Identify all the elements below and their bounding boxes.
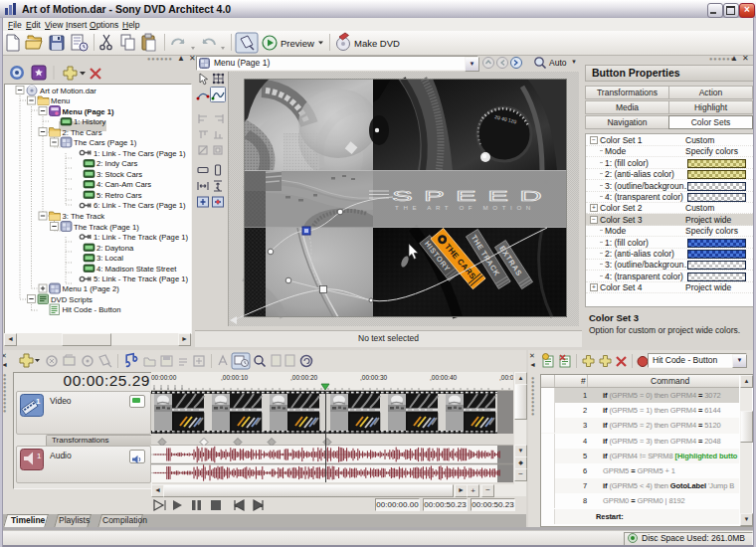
svg-text:1: 1	[37, 452, 42, 460]
svg-text:1: 1	[36, 397, 41, 406]
svg-text:,00:00:40: ,00:00:40	[430, 374, 457, 381]
svg-text:Hit Code - Button: Hit Code - Button	[63, 305, 121, 314]
svg-text:,00:00:5: ,00:00:5	[499, 374, 513, 381]
svg-text:THE ART OF MOTION: THE ART OF MOTION	[395, 204, 535, 211]
svg-text:,00:00:30: ,00:00:30	[360, 374, 387, 381]
svg-text:4: Can-Am Cars: 4: Can-Am Cars	[96, 180, 151, 189]
svg-text:2: Indy Cars: 2: Indy Cars	[96, 159, 138, 168]
svg-text:Menu: Menu	[51, 96, 70, 105]
svg-text:2: The Cars: 2: The Cars	[63, 128, 102, 137]
svg-text:5: Retro Cars: 5: Retro Cars	[96, 191, 142, 200]
svg-text:3: Stock Cars: 3: Stock Cars	[96, 170, 142, 179]
svg-text:00:00:00: 00:00:00	[151, 374, 177, 381]
svg-text:Make DVD: Make DVD	[354, 38, 400, 49]
svg-text:1: Link - The Cars (Page 1): 1: Link - The Cars (Page 1)	[94, 149, 186, 158]
svg-text:1: History: 1: History	[74, 117, 106, 126]
svg-text:DVD Scripts: DVD Scripts	[51, 295, 93, 304]
svg-text:Preview: Preview	[281, 38, 314, 49]
svg-text:3: Local: 3: Local	[96, 254, 123, 263]
svg-text:Art of Motion.dar: Art of Motion.dar	[40, 87, 96, 95]
svg-text:,00:00:10: ,00:00:10	[221, 374, 248, 381]
svg-text:4: Madison State Street: 4: Madison State Street	[96, 265, 177, 274]
svg-text:3: The Track: 3: The Track	[63, 212, 105, 221]
svg-text:The Cars (Page 1): The Cars (Page 1)	[74, 138, 137, 147]
svg-text:SPEED: SPEED	[392, 187, 553, 204]
svg-text:5: Link - The Track (Page 1): 5: Link - The Track (Page 1)	[94, 274, 189, 283]
svg-text:2: Daytona: 2: Daytona	[96, 244, 134, 253]
svg-text:Menu (Page 1): Menu (Page 1)	[63, 107, 115, 116]
svg-text:,00:00:20: ,00:00:20	[290, 374, 317, 381]
svg-text:Menu 1 (Page 2): Menu 1 (Page 2)	[63, 284, 120, 293]
svg-text:The Track (Page 1): The Track (Page 1)	[74, 223, 139, 232]
svg-text:6: Link - The Cars (Page 1): 6: Link - The Cars (Page 1)	[94, 201, 186, 210]
svg-text:1: Link - The Track (Page 1): 1: Link - The Track (Page 1)	[94, 233, 189, 242]
